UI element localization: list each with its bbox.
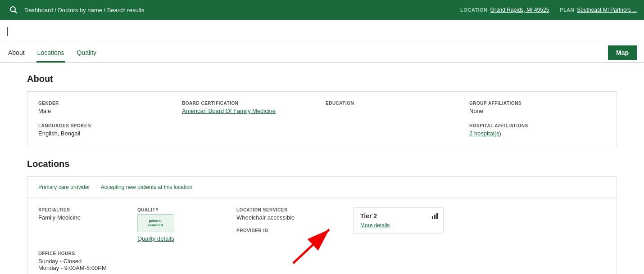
office-hours-field: OFFICE HOURS Sunday - Closed Monday - 9:… [38,251,128,271]
provider-id-label: PROVIDER ID [236,228,345,233]
tab-quality[interactable]: Quality [76,44,98,63]
plan-label: PLAN [560,7,574,13]
main-content: About GENDER Male BOARD CERTIFICATION Am… [0,63,644,274]
location-details: SPECIALTIES Family Medicine QUALITY pati… [27,198,617,251]
bar-chart-icon [431,212,439,221]
location-top: Primary care provider Accepting new pati… [27,177,617,198]
tier-label: Tier 2 [360,212,437,220]
plan-value[interactable]: Southeast MI Partners ... [577,7,637,13]
quality-label: QUALITY [137,207,227,212]
svg-rect-3 [434,215,435,219]
tabs-left: About Locations Quality [7,43,97,62]
header-location: LOCATION Grand Rapids, MI 49525 [460,7,549,13]
header-right: LOCATION Grand Rapids, MI 49525 PLAN Sou… [460,7,637,13]
locations-section: Locations Primary care provider Acceptin… [27,159,617,274]
breadcrumb: Dashboard / Doctors by name / Search res… [24,7,145,13]
svg-line-1 [15,11,17,13]
quality-field: QUALITY patient-centered Quality details [137,207,227,242]
header-left: Dashboard / Doctors by name / Search res… [7,4,145,16]
locations-section-title: Locations [27,159,617,169]
tabs-bar: About Locations Quality Map [0,43,644,63]
empty-col [182,123,318,137]
svg-rect-2 [432,216,433,219]
location-card: Primary care provider Accepting new pati… [27,176,617,274]
map-button[interactable]: Map [608,45,637,60]
hospital-affiliations-label: HOSPITAL AFFILIATIONS [469,123,606,128]
gender-value: Male [38,108,175,114]
languages-field: LANGUAGES SPOKEN English, Bengali [38,123,175,137]
tier-more-link[interactable]: More details [360,222,437,229]
badge-accepting: Accepting new patients at this location [101,184,192,190]
office-hours-monday: Monday - 9:00AM-5:00PM [38,265,128,271]
tier-field: Tier 2 More details [354,207,444,242]
quality-details-link-wrap: Quality details [137,235,227,242]
hospital-affiliations-value[interactable]: 2 hospital(s) [469,130,606,137]
search-icon[interactable] [7,4,20,16]
education-field: EDUCATION [326,101,462,114]
office-hours-label: OFFICE HOURS [38,251,128,256]
header-plan: PLAN Southeast MI Partners ... [560,7,637,13]
tab-about[interactable]: About [7,44,26,63]
location-services-field: LOCATION SERVICES Wheelchair accessible … [236,207,345,242]
specialties-value: Family Medicine [38,214,128,221]
office-hours-row: OFFICE HOURS Sunday - Closed Monday - 9:… [27,251,617,274]
education-label: EDUCATION [326,101,462,106]
provider-id-field: PROVIDER ID [236,228,345,233]
languages-value: English, Bengali [38,130,175,137]
quality-logo: patient-centered [137,214,173,232]
tier-box: Tier 2 More details [354,207,444,234]
location-label: LOCATION [460,7,488,13]
about-grid: GENDER Male BOARD CERTIFICATION American… [38,101,606,137]
quality-logo-text: patient-centered [148,219,163,228]
hospital-affiliations-field: HOSPITAL AFFILIATIONS 2 hospital(s) [469,123,606,137]
search-bar-area [0,20,644,43]
badge-primary: Primary care provider [38,184,90,190]
empty-col2 [326,123,462,137]
svg-rect-4 [436,213,438,219]
languages-label: LANGUAGES SPOKEN [38,123,175,128]
about-section-title: About [27,74,617,84]
specialties-field: SPECIALTIES Family Medicine [38,207,128,242]
gender-label: GENDER [38,101,175,106]
board-cert-label: BOARD CERTIFICATION [182,101,318,106]
specialties-label: SPECIALTIES [38,207,128,212]
search-input[interactable] [8,28,143,35]
location-services-label: LOCATION SERVICES [236,207,345,212]
header: Dashboard / Doctors by name / Search res… [0,0,644,20]
location-value[interactable]: Grand Rapids, MI 49525 [490,7,549,13]
gender-field: GENDER Male [38,101,175,114]
quality-details-link[interactable]: Quality details [137,235,174,242]
board-cert-field: BOARD CERTIFICATION American Board Of Fa… [182,101,318,114]
office-hours-sunday: Sunday - Closed [38,258,128,265]
about-card: GENDER Male BOARD CERTIFICATION American… [27,91,617,146]
tab-locations[interactable]: Locations [36,44,65,63]
board-cert-value[interactable]: American Board Of Family Medicine [182,108,318,114]
group-affiliations-value: None [469,108,606,114]
group-affiliations-label: GROUP AFFILIATIONS [469,101,606,106]
group-affiliations-field: GROUP AFFILIATIONS None [469,101,606,114]
location-services-value: Wheelchair accessible [236,214,345,221]
